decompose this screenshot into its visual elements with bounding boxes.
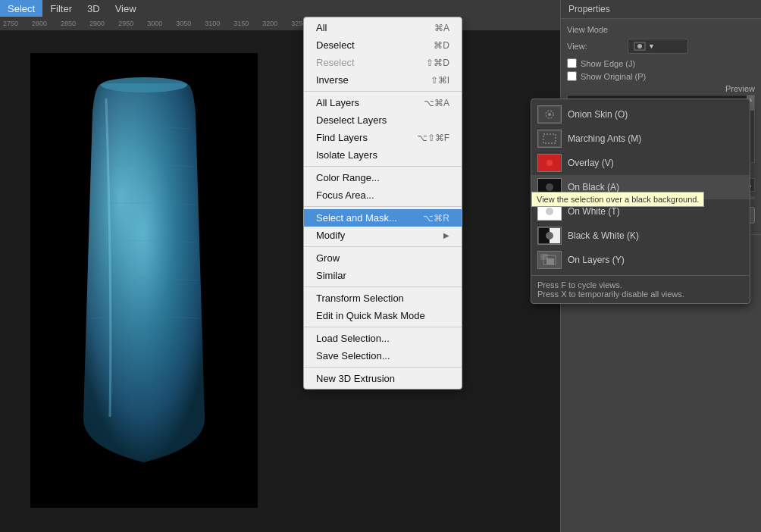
menu-item-color-range[interactable]: Color Range...: [304, 169, 462, 186]
menu-item-deselect-layers[interactable]: Deselect Layers: [304, 111, 462, 129]
view-mode-footer: Press F to cycle views. Press X to tempo…: [531, 275, 750, 300]
menu-item-reselect-label: Reselect: [316, 57, 355, 68]
menu-item-save-selection-label: Save Selection...: [316, 350, 390, 361]
svg-point-3: [637, 44, 642, 49]
canvas-area: [0, 30, 560, 532]
menu-item-modify[interactable]: Modify ▶: [304, 227, 462, 244]
on-white-icon: [537, 202, 562, 221]
menu-view[interactable]: View: [108, 0, 144, 17]
menu-item-deselect-label: Deselect: [316, 39, 355, 51]
menu-item-grow[interactable]: Grow: [304, 249, 462, 267]
menu-item-isolate-layers-label: Isolate Layers: [316, 149, 377, 161]
view-option-overlay[interactable]: Overlay (V): [531, 151, 750, 175]
menu-item-modify-label: Modify: [316, 230, 345, 241]
menu-item-reselect: Reselect ⇧⌘D: [304, 54, 462, 71]
menu-item-all-label: All: [316, 22, 327, 33]
separator-2: [304, 166, 462, 167]
ruler-mark-6: 3000: [147, 20, 162, 27]
menu-item-select-mask[interactable]: Select and Mask... ⌥⌘R: [304, 209, 462, 227]
menu-item-color-range-label: Color Range...: [316, 172, 380, 183]
modify-submenu-arrow: ▶: [443, 231, 449, 239]
black-white-icon: [537, 227, 562, 245]
menu-item-reselect-shortcut: ⇧⌘D: [426, 58, 449, 68]
view-option-overlay-label: Overlay (V): [568, 158, 614, 168]
menu-item-isolate-layers[interactable]: Isolate Layers: [304, 146, 462, 164]
show-edge-checkbox[interactable]: [567, 58, 577, 68]
svg-point-18: [546, 232, 553, 239]
separator-7: [304, 367, 462, 368]
view-select[interactable]: ▼: [628, 39, 688, 54]
separator-1: [304, 91, 462, 92]
separator-4: [304, 246, 462, 247]
svg-point-12: [546, 183, 553, 191]
menu-item-deselect-shortcut: ⌘D: [434, 40, 449, 51]
show-original-label: Show Original (P): [581, 72, 646, 81]
view-option-on-white-label: On White (T): [568, 206, 620, 217]
menu-3d[interactable]: 3D: [80, 0, 108, 17]
menu-item-3d-extrusion-label: New 3D Extrusion: [316, 373, 395, 384]
menu-filter[interactable]: Filter: [42, 0, 80, 17]
canvas-image: [30, 53, 258, 508]
menu-item-find-layers[interactable]: Find Layers ⌥⇧⌘F: [304, 129, 462, 146]
ruler-mark-7: 3050: [176, 20, 191, 27]
ruler: 2750 2800 2850 2900 2950 3000 3050 3100 …: [0, 17, 560, 30]
menu-item-all-shortcut: ⌘A: [434, 23, 449, 33]
preview-label: Preview: [567, 84, 755, 93]
menu-item-load-selection-label: Load Selection...: [316, 333, 390, 344]
ruler-mark-5: 2950: [118, 20, 133, 27]
view-option-onion-skin[interactable]: Onion Skin (O): [531, 102, 750, 127]
view-selector-row: View: ▼: [567, 39, 755, 54]
menu-item-inverse-shortcut: ⇧⌘I: [431, 75, 449, 86]
menu-item-focus-area[interactable]: Focus Area...: [304, 186, 462, 204]
menu-item-load-selection[interactable]: Load Selection...: [304, 330, 462, 347]
svg-point-1: [101, 77, 187, 92]
menu-item-all[interactable]: All ⌘A: [304, 19, 462, 36]
view-option-on-black[interactable]: On Black (A) View the selection over a b…: [531, 175, 750, 199]
menu-item-3d-extrusion[interactable]: New 3D Extrusion: [304, 370, 462, 387]
menu-item-all-layers-shortcut: ⌥⌘A: [424, 98, 449, 108]
svg-rect-21: [546, 258, 554, 264]
view-option-on-black-label: On Black (A): [568, 182, 619, 192]
on-black-icon: [537, 178, 562, 196]
svg-point-14: [546, 208, 553, 215]
menu-item-transform-selection[interactable]: Transform Selection: [304, 289, 462, 307]
view-option-black-white[interactable]: Black & White (K): [531, 224, 750, 248]
view-label: View:: [567, 42, 628, 51]
view-select-icon: [633, 41, 647, 52]
menu-item-select-mask-label: Select and Mask...: [316, 212, 397, 224]
overlay-icon: [537, 154, 562, 172]
ruler-mark-2: 2800: [32, 20, 47, 27]
ruler-mark-4: 2900: [89, 20, 105, 27]
menu-item-all-layers[interactable]: All Layers ⌥⌘A: [304, 94, 462, 111]
menu-item-deselect[interactable]: Deselect ⌘D: [304, 36, 462, 54]
view-option-marching-ants[interactable]: Marching Ants (M): [531, 127, 750, 151]
top-menu-bar: Select Filter 3D View: [0, 0, 560, 17]
menu-item-similar[interactable]: Similar: [304, 267, 462, 284]
onion-skin-icon: [537, 105, 562, 124]
view-option-on-layers[interactable]: On Layers (Y): [531, 248, 750, 272]
ruler-mark-10: 3200: [262, 20, 277, 27]
view-mode-row: View Mode: [567, 25, 755, 34]
show-original-checkbox[interactable]: [567, 71, 577, 81]
ruler-mark-1: 2750: [3, 20, 18, 27]
menu-item-quick-mask[interactable]: Edit in Quick Mask Mode: [304, 307, 462, 324]
view-option-black-white-label: Black & White (K): [568, 230, 639, 241]
ruler-mark-3: 2850: [61, 20, 76, 27]
properties-title: Properties: [561, 0, 761, 19]
view-option-on-white[interactable]: On White (T): [531, 199, 750, 224]
select-dropdown-menu: All ⌘A Deselect ⌘D Reselect ⇧⌘D Inverse …: [303, 17, 462, 390]
menu-item-select-mask-shortcut: ⌥⌘R: [423, 213, 449, 224]
menu-item-inverse[interactable]: Inverse ⇧⌘I: [304, 71, 462, 89]
show-edge-row: Show Edge (J): [567, 58, 755, 68]
view-footer-line1: Press F to cycle views.: [537, 280, 744, 289]
svg-rect-7: [539, 131, 560, 146]
separator-3: [304, 206, 462, 207]
svg-point-10: [546, 160, 553, 166]
view-footer-line2: Press X to temporarily disable all views…: [537, 289, 744, 299]
menu-item-deselect-layers-label: Deselect Layers: [316, 114, 387, 126]
ruler-numbers: 2750 2800 2850 2900 2950 3000 3050 3100 …: [0, 17, 560, 30]
svg-point-6: [548, 113, 551, 116]
on-layers-icon: [537, 251, 562, 269]
menu-item-save-selection[interactable]: Save Selection...: [304, 347, 462, 365]
menu-select[interactable]: Select: [0, 0, 42, 17]
